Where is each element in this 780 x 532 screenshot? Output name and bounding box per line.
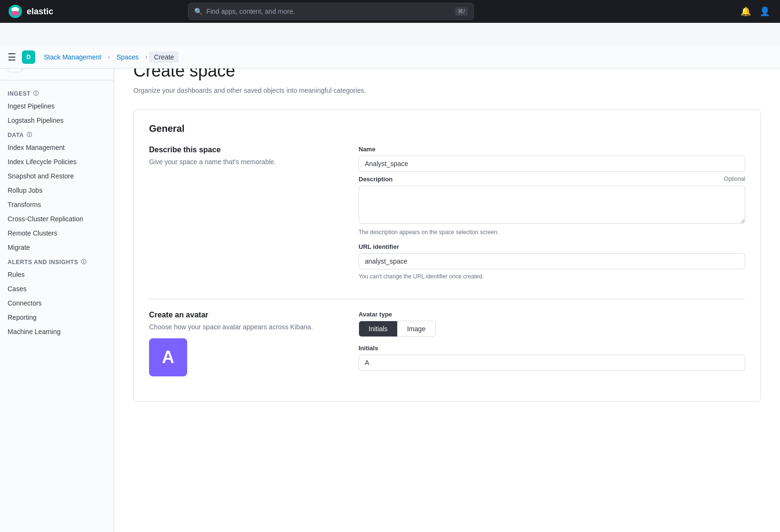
general-section-title: General <box>149 123 745 134</box>
breadcrumb-sep-1: › <box>108 54 110 60</box>
breadcrumb-bar: ☰ D Stack Management › Spaces › Create <box>0 46 780 69</box>
avatar-type-initials-btn[interactable]: Initials <box>359 321 398 336</box>
page-subtitle: Organize your dashboards and other saved… <box>133 87 761 94</box>
initials-label: Initials <box>359 345 745 352</box>
hamburger-menu[interactable]: ☰ <box>8 51 16 63</box>
user-menu-button[interactable]: 👤 <box>757 4 772 19</box>
breadcrumb-spaces[interactable]: Spaces <box>112 51 144 63</box>
sidebar-item-machine-learning[interactable]: Machine Learning <box>0 325 114 339</box>
section-divider <box>149 299 745 299</box>
global-search[interactable]: 🔍 Find apps, content, and more. ⌘/ <box>188 3 474 20</box>
name-input[interactable] <box>359 156 745 172</box>
sidebar-item-logstash-pipelines[interactable]: Logstash Pipelines <box>0 113 114 128</box>
avatar-row: Create an avatar Choose how your space a… <box>149 311 745 376</box>
breadcrumb-create: Create <box>149 51 179 63</box>
sidebar-item-reporting[interactable]: Reporting <box>0 310 114 325</box>
sidebar-item-index-lifecycle-policies[interactable]: Index Lifecycle Policies <box>0 155 114 169</box>
sidebar-item-transforms[interactable]: Transforms <box>0 197 114 212</box>
top-nav: elastic 🔍 Find apps, content, and more. … <box>0 0 780 23</box>
sidebar-item-rules[interactable]: Rules <box>0 267 114 282</box>
search-shortcut: ⌘/ <box>455 7 468 16</box>
svg-point-2 <box>11 11 19 16</box>
elastic-logo-icon <box>8 4 23 19</box>
space-avatar: D <box>22 50 35 64</box>
describe-row: Describe this space Give your space a na… <box>149 146 745 287</box>
avatar-preview: A <box>149 338 187 376</box>
sidebar-section-title-alerts: Alerts and Insights ⓘ <box>0 255 114 267</box>
data-info-icon: ⓘ <box>27 131 32 138</box>
sidebar-section-alerts: Alerts and Insights ⓘ Rules Cases Connec… <box>0 255 114 339</box>
notifications-button[interactable]: 🔔 <box>738 4 753 19</box>
main-layout: ⚙ Management Ingest ⓘ Ingest Pipelines L… <box>0 46 780 532</box>
sidebar-section-data: Data ⓘ Index Management Index Lifecycle … <box>0 128 114 255</box>
url-identifier-hint: You can't change the URL identifier once… <box>359 273 745 280</box>
sidebar-item-connectors[interactable]: Connectors <box>0 296 114 310</box>
main-content: Create space Organize your dashboards an… <box>114 46 780 532</box>
sidebar-item-remote-clusters[interactable]: Remote Clusters <box>0 226 114 240</box>
sidebar-item-ingest-pipelines[interactable]: Ingest Pipelines <box>0 99 114 113</box>
name-label: Name <box>359 146 745 153</box>
description-optional: Optional <box>724 176 745 183</box>
sidebar-section-title-data: Data ⓘ <box>0 128 114 140</box>
sidebar-item-migrate[interactable]: Migrate <box>0 240 114 255</box>
sidebar: ⚙ Management Ingest ⓘ Ingest Pipelines L… <box>0 46 114 532</box>
logo-text: elastic <box>27 7 53 17</box>
sidebar-section-ingest: Ingest ⓘ Ingest Pipelines Logstash Pipel… <box>0 86 114 128</box>
initials-input[interactable] <box>359 355 745 371</box>
ingest-info-icon: ⓘ <box>33 90 39 97</box>
url-identifier-label: URL identifier <box>359 243 745 250</box>
sidebar-item-cases[interactable]: Cases <box>0 282 114 296</box>
avatar-type-label: Avatar type <box>359 311 745 318</box>
breadcrumb: Stack Management › Spaces › Create <box>39 51 179 63</box>
general-panel: General Describe this space Give your sp… <box>133 109 761 402</box>
avatar-type-image-btn[interactable]: Image <box>398 321 435 336</box>
search-icon: 🔍 <box>194 8 202 15</box>
avatar-type-toggle: Initials Image <box>359 321 436 337</box>
avatar-section-title: Create an avatar <box>149 311 340 319</box>
sidebar-item-rollup-jobs[interactable]: Rollup Jobs <box>0 183 114 197</box>
nav-icon-group: 🔔 👤 <box>738 4 772 19</box>
url-identifier-input[interactable] <box>359 253 745 269</box>
sidebar-item-index-management[interactable]: Index Management <box>0 140 114 155</box>
avatar-section-desc: Choose how your space avatar appears acr… <box>149 323 340 331</box>
sidebar-item-cross-cluster-replication[interactable]: Cross-Cluster Replication <box>0 212 114 226</box>
avatar-left: Create an avatar Choose how your space a… <box>149 311 340 376</box>
sidebar-item-snapshot-restore[interactable]: Snapshot and Restore <box>0 169 114 183</box>
breadcrumb-sep-2: › <box>145 54 147 60</box>
sidebar-section-title-ingest: Ingest ⓘ <box>0 86 114 99</box>
describe-title: Describe this space <box>149 146 340 154</box>
logo: elastic <box>8 4 53 19</box>
description-textarea[interactable] <box>359 186 745 224</box>
avatar-right: Avatar type Initials Image Initials <box>359 311 745 376</box>
describe-text: Give your space a name that's memorable. <box>149 158 340 166</box>
describe-right: Name Description Optional The descriptio… <box>359 146 745 287</box>
describe-left: Describe this space Give your space a na… <box>149 146 340 287</box>
description-hint: The description appears on the space sel… <box>359 229 745 236</box>
alerts-info-icon: ⓘ <box>81 258 87 266</box>
breadcrumb-stack-management[interactable]: Stack Management <box>39 51 106 63</box>
description-label: Description Optional <box>359 176 745 183</box>
search-placeholder: Find apps, content, and more. <box>206 8 451 15</box>
